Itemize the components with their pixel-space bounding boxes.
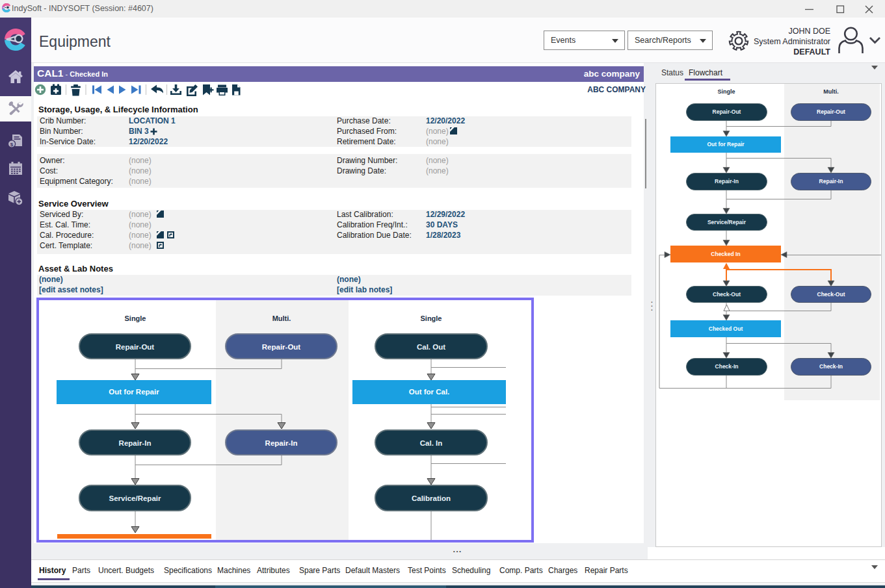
svg-text:$: $: [10, 142, 14, 147]
